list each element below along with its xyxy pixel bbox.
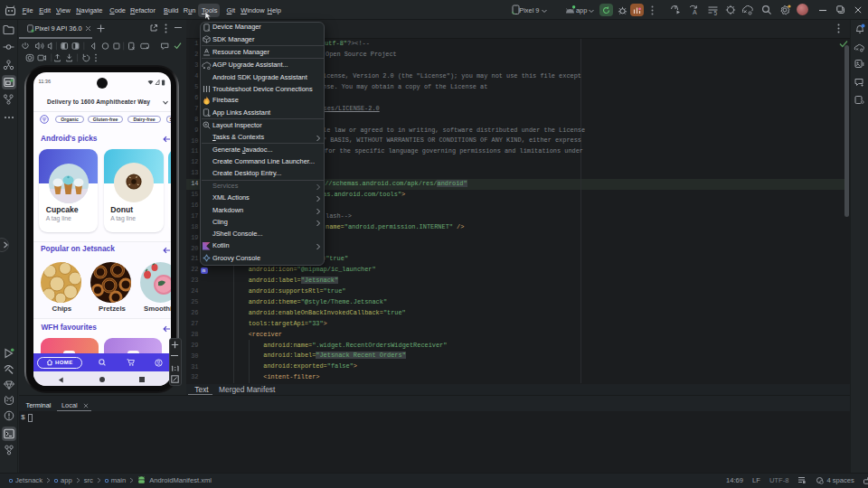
- svg-text:5: 5: [714, 10, 718, 16]
- svg-text:A: A: [693, 9, 697, 15]
